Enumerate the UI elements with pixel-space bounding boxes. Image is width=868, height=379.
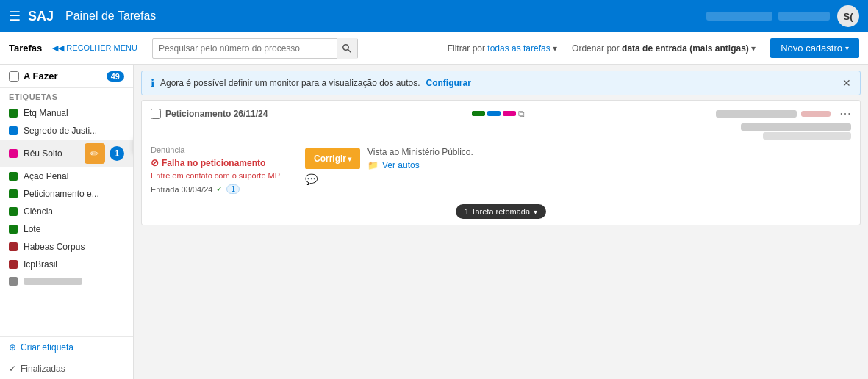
logo: SAJ xyxy=(28,9,54,24)
folder-icon: 📁 xyxy=(367,160,379,170)
filter-label: Filtrar por todas as tarefas ▾ xyxy=(448,43,557,54)
task-checkbox[interactable] xyxy=(151,109,161,119)
etiquetas-section-label: Etiquetas xyxy=(0,88,133,104)
check-icon: ✓ xyxy=(9,364,16,374)
task-card-date: Peticionamento 26/11/24 xyxy=(165,109,467,119)
main-content: A Fazer 49 Etiquetas Etq Manual Segredo … xyxy=(0,65,868,379)
corrigir-chevron-icon: ▾ xyxy=(348,155,351,163)
sidebar-finalizadas[interactable]: ✓ Finalizadas xyxy=(0,358,133,379)
task-card-body: Denúncia ⊘ Falha no peticionamento Entre… xyxy=(142,142,860,200)
search-input[interactable] xyxy=(153,43,337,54)
sidebar-label-icpbrasil: IcpBrasil xyxy=(24,259,124,270)
edit-btn-container: ✏ 1 xyxy=(85,143,124,164)
a-fazer-label: A Fazer xyxy=(24,71,57,82)
a-fazer-checkbox[interactable] xyxy=(9,71,19,82)
task-type: Denúncia xyxy=(151,145,298,154)
info-bar-close-button[interactable]: ✕ xyxy=(842,77,851,89)
svg-line-1 xyxy=(348,49,351,52)
blurred-line-2 xyxy=(763,132,851,140)
task-card-colors: ⧉ xyxy=(472,109,525,119)
color-dot-icpbrasil xyxy=(9,260,18,269)
comment-icon[interactable]: 💬 xyxy=(305,173,360,185)
color-dot-ciencia xyxy=(9,207,18,216)
copy-icon[interactable]: ⧉ xyxy=(518,109,525,119)
svg-point-0 xyxy=(343,44,349,50)
sidebar-label-ciencia: Ciência xyxy=(24,206,124,217)
filter-dropdown[interactable]: todas as tarefas xyxy=(487,43,550,54)
color-dot-peticionamento xyxy=(9,190,18,198)
order-value: data de entrada (mais antigas) xyxy=(622,43,749,54)
sidebar-item-segredo-justica[interactable]: Segredo de Justi... xyxy=(0,122,133,140)
edit-badge: 1 xyxy=(110,146,124,161)
color-tag-blue xyxy=(487,111,501,116)
task-mp-label: Vista ao Ministério Público. xyxy=(367,147,851,157)
sidebar-item-acao-penal[interactable]: Ação Penal xyxy=(0,167,133,185)
sidebar-item-etq-manual[interactable]: Etq Manual xyxy=(0,104,133,122)
content-panel: ℹ Agora é possível definir um monitor pa… xyxy=(134,65,868,379)
sidebar-label-habeas-corpus: Habeas Corpus xyxy=(24,242,124,252)
info-bar-text: Agora é possível definir um monitor para… xyxy=(160,78,420,88)
blurred-extra xyxy=(142,123,860,132)
sidebar-item-reu-solto[interactable]: Réu Solto ✏ 1 Editar etiqueta xyxy=(0,140,133,167)
corrigir-button[interactable]: Corrigir ▾ xyxy=(305,148,360,169)
tarefas-label: Tarefas xyxy=(9,43,42,54)
fail-icon: ⊘ xyxy=(151,157,159,168)
a-fazer-count: 49 xyxy=(107,71,124,82)
sidebar: A Fazer 49 Etiquetas Etq Manual Segredo … xyxy=(0,65,134,379)
avatar[interactable]: S( xyxy=(837,5,859,27)
user-name-blurred xyxy=(716,110,797,118)
task-card-right: Vista ao Ministério Público. 📁 Ver autos xyxy=(367,145,851,170)
search-box xyxy=(152,38,358,59)
novo-cadastro-chevron-icon: ▾ xyxy=(845,44,849,52)
topbar-right: S( xyxy=(706,5,859,27)
color-dot-reu-solto xyxy=(9,149,18,158)
sidebar-item-lote[interactable]: Lote xyxy=(0,220,133,238)
task-see-autos[interactable]: 📁 Ver autos xyxy=(367,160,851,170)
sidebar-label-more-blurred xyxy=(24,278,82,285)
sidebar-label-segredo: Segredo de Justi... xyxy=(24,126,124,136)
info-icon: ℹ xyxy=(151,77,154,89)
sidebar-criar-etiqueta[interactable]: ⊕ Criar etiqueta xyxy=(0,337,133,358)
sidebar-label-etq-manual: Etq Manual xyxy=(24,108,124,118)
task-more-options-button[interactable]: ⋯ xyxy=(839,107,851,120)
color-tag-pink xyxy=(503,111,516,116)
task-entry: Entrada 03/04/24 ✓ 1 xyxy=(151,184,298,194)
task-status-fail: ⊘ Falha no peticionamento xyxy=(151,157,298,168)
search-button[interactable] xyxy=(337,38,357,59)
tarefa-retomada-label: 1 Tarefa retomada xyxy=(465,207,530,216)
entry-count: 1 xyxy=(226,184,240,194)
novo-cadastro-button[interactable]: Novo cadastro ▾ xyxy=(770,38,859,58)
task-card-user-info xyxy=(529,110,831,118)
color-dot-segredo xyxy=(9,126,18,135)
check-icon: ✓ xyxy=(216,184,223,194)
color-dot-habeas-corpus xyxy=(9,242,18,251)
recolher-menu-button[interactable]: ◀◀ RECOLHER MENU xyxy=(52,43,137,53)
sidebar-item-peticionamento[interactable]: Peticionamento e... xyxy=(0,185,133,203)
ver-autos-label: Ver autos xyxy=(382,160,420,170)
toolbar: Tarefas ◀◀ RECOLHER MENU Filtrar por tod… xyxy=(0,32,868,65)
sidebar-item-habeas-corpus[interactable]: Habeas Corpus xyxy=(0,238,133,256)
user-info-area xyxy=(706,12,830,21)
color-dot-etq-manual xyxy=(9,109,18,118)
user-name-blurred xyxy=(706,12,772,21)
sidebar-item-ciencia[interactable]: Ciência xyxy=(0,203,133,220)
edit-etiqueta-button[interactable]: ✏ xyxy=(85,143,105,164)
user-role-blurred xyxy=(801,111,831,117)
sidebar-item-more[interactable] xyxy=(0,273,133,289)
info-bar-configurar-link[interactable]: Configurar xyxy=(426,78,471,88)
sidebar-label-reu-solto: Réu Solto xyxy=(24,148,79,159)
task-card-header: Peticionamento 26/11/24 ⧉ ⋯ xyxy=(142,101,860,123)
task-contact-text: Entre em contato com o suporte MP xyxy=(151,171,298,180)
task-card: Peticionamento 26/11/24 ⧉ ⋯ xyxy=(141,100,861,225)
task-card-center: Corrigir ▾ 💬 xyxy=(305,145,360,185)
sidebar-a-fazer[interactable]: A Fazer 49 xyxy=(0,65,133,88)
tarefa-retomada-chevron-icon: ▾ xyxy=(534,208,537,216)
blurred-line-1 xyxy=(741,123,851,131)
tarefa-retomada-badge[interactable]: 1 Tarefa retomada ▾ xyxy=(456,204,546,219)
user-role-blurred xyxy=(778,12,830,21)
topbar: ☰ SAJ Painel de Tarefas S( xyxy=(0,0,868,32)
color-dot-more xyxy=(9,277,18,286)
hamburger-menu-icon[interactable]: ☰ xyxy=(9,8,21,24)
finalizadas-label: Finalizadas xyxy=(21,364,65,374)
sidebar-item-icpbrasil[interactable]: IcpBrasil xyxy=(0,256,133,273)
